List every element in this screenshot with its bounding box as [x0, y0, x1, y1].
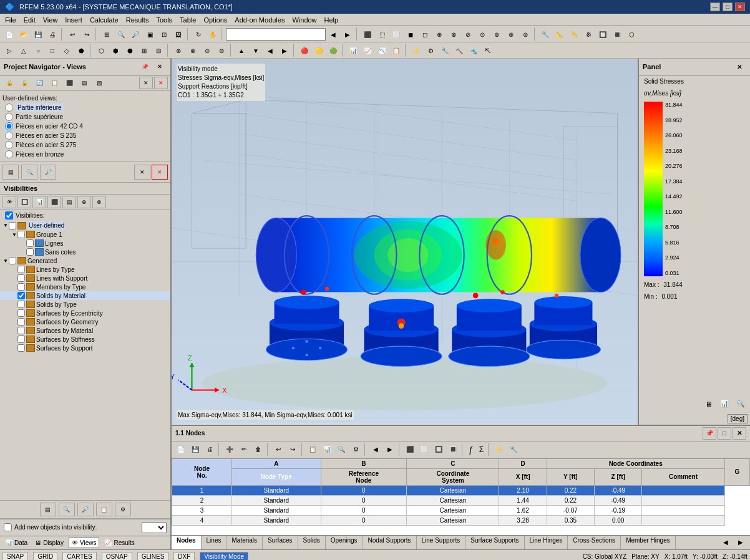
table-pin-button[interactable]: 📌	[703, 427, 716, 440]
menu-addon[interactable]: Add-on Modules	[231, 15, 288, 25]
tt-btn-6[interactable]: 🗑	[251, 443, 265, 456]
tb-icon10[interactable]: ⊚	[490, 27, 504, 41]
redo-button[interactable]: ↪	[80, 27, 94, 41]
status-snap[interactable]: SNAP	[2, 552, 28, 560]
vis-tb-3[interactable]: 📊	[32, 196, 46, 208]
cb-lines-with-support[interactable]	[17, 274, 25, 282]
tb-more6[interactable]: 🔳	[610, 27, 624, 41]
tb2-24[interactable]: 📈	[361, 44, 374, 57]
tab-materials[interactable]: Materials	[226, 536, 263, 549]
tb2-12[interactable]: ⊕	[172, 44, 185, 57]
menu-options[interactable]: Options	[200, 15, 231, 25]
th-node-type[interactable]: Node Type	[232, 468, 321, 485]
tb-more5[interactable]: 🔲	[596, 27, 610, 41]
th-x[interactable]: X [ft]	[499, 468, 547, 485]
view-action-3[interactable]: 🔎	[40, 165, 56, 180]
expand-icon-userdefined[interactable]: ▼	[2, 223, 9, 229]
tb-icon2[interactable]: ⬚	[375, 27, 389, 41]
tb2-28[interactable]: ⚙	[424, 44, 437, 57]
radio-input-2[interactable]	[5, 122, 13, 130]
cb-groupe1[interactable]	[17, 231, 25, 238]
tb-more1[interactable]: 🔧	[538, 27, 552, 41]
view-action-1[interactable]: ▤	[2, 165, 19, 180]
menu-file[interactable]: File	[1, 15, 20, 25]
tb2-29[interactable]: 🔧	[438, 44, 452, 57]
tb2-15[interactable]: ⊖	[215, 44, 228, 57]
th-z[interactable]: Z [ft]	[595, 468, 642, 485]
tb2-4[interactable]: □	[46, 44, 59, 57]
add-dropdown[interactable]	[142, 522, 167, 533]
views-tb-4[interactable]: 📋	[47, 77, 61, 89]
cb-sanscotes[interactable]	[26, 248, 34, 256]
cb-surfaces-by-geometry[interactable]	[17, 318, 25, 326]
tree-surfaces-by-eccentricity[interactable]: Surfaces by Eccentricity	[0, 309, 170, 317]
tree-generated[interactable]: ▼ Generated	[0, 256, 170, 265]
th-ref-node[interactable]: ReferenceNode	[321, 468, 407, 485]
views-add-button[interactable]: ✕	[139, 77, 153, 89]
status-glines[interactable]: GLINES	[137, 552, 169, 560]
color-panel-zoom[interactable]: 🔍	[734, 398, 748, 410]
tab-line-supports[interactable]: Line Supports	[417, 536, 466, 549]
views-tb-2[interactable]: 🔓	[17, 77, 31, 89]
th-comment[interactable]: Comment	[642, 468, 724, 485]
menu-window[interactable]: Window	[288, 15, 320, 25]
tab-member-hinges[interactable]: Member Hinges	[621, 536, 676, 549]
undo-button[interactable]: ↩	[66, 27, 79, 41]
th-c-header[interactable]: C	[407, 458, 499, 468]
cb-surfaces-by-stiffness[interactable]	[17, 336, 25, 343]
status-grid[interactable]: GRID	[33, 552, 57, 560]
tb2-14[interactable]: ⊙	[200, 44, 214, 57]
tb-icon12[interactable]: ⊜	[519, 27, 532, 41]
vis-tb-1[interactable]: 👁	[2, 196, 16, 208]
menu-help[interactable]: Help	[321, 15, 343, 25]
radio-partie-inferieure[interactable]: Partie inférieure	[2, 103, 168, 112]
radio-input-1[interactable]	[5, 113, 13, 121]
expand-icon-groupe1[interactable]: ▼	[11, 231, 17, 238]
menu-results[interactable]: Results	[122, 15, 153, 25]
tb2-5[interactable]: ◇	[60, 44, 74, 57]
tt-btn-17[interactable]: 🔲	[432, 443, 446, 456]
nav-results[interactable]: 📈 Results	[102, 538, 137, 548]
status-visibility-mode[interactable]: Visibility Mode	[200, 552, 248, 560]
views-tb-3[interactable]: 🔄	[32, 77, 46, 89]
panel-pin-button[interactable]: 📌	[138, 60, 152, 73]
zoom-fit-button[interactable]: ⊞	[100, 27, 114, 41]
menu-calculate[interactable]: Calculate	[86, 15, 122, 25]
tb2-19[interactable]: ▶	[278, 44, 291, 57]
vis-tb-5[interactable]: ▤	[62, 196, 76, 208]
tab-openings[interactable]: Openings	[326, 536, 363, 549]
tb2-27[interactable]: ⚡	[409, 44, 423, 57]
tabs-nav-right[interactable]: ▶	[734, 536, 748, 549]
radio-acier-275[interactable]: Pièces en acier S 275	[2, 140, 168, 150]
radio-bronze[interactable]: Pièces en bronze	[2, 150, 168, 159]
lp-action-1[interactable]: ▤	[40, 503, 56, 516]
cb-generated[interactable]	[9, 257, 16, 264]
color-panel-close[interactable]: ✕	[733, 60, 746, 73]
tt-btn-18[interactable]: 🔳	[446, 443, 460, 456]
menu-tools[interactable]: Tools	[152, 15, 176, 25]
panel-close-button[interactable]: ✕	[153, 60, 167, 73]
tree-surfaces-by-support[interactable]: Surfaces by Support	[0, 344, 170, 352]
tt-btn-19[interactable]: ⚡	[492, 443, 506, 456]
tb-more4[interactable]: ⚙	[582, 27, 595, 41]
print-button[interactable]: 🖨	[46, 27, 59, 41]
tb2-17[interactable]: ▼	[249, 44, 263, 57]
tt-btn-1[interactable]: 📄	[174, 443, 188, 456]
tt-btn-15[interactable]: ⬛	[403, 443, 417, 456]
th-b-header[interactable]: B	[321, 458, 407, 468]
tb-icon8[interactable]: ⊘	[461, 27, 475, 41]
tb2-32[interactable]: ⛏	[481, 44, 495, 57]
nav-data[interactable]: 📊 Data	[2, 538, 30, 548]
tab-solids[interactable]: Solids	[298, 536, 326, 549]
nav-display[interactable]: 🖥 Display	[32, 538, 66, 548]
radio-partie-superieure[interactable]: Partie supérieure	[2, 112, 168, 122]
table-close-button[interactable]: ✕	[733, 427, 746, 440]
tb-icon6[interactable]: ⊕	[432, 27, 446, 41]
tb2-20[interactable]: 🔴	[298, 44, 311, 57]
tt-btn-2[interactable]: 💾	[188, 443, 202, 456]
cb-lignes[interactable]	[26, 239, 34, 247]
tb-icon9[interactable]: ⊙	[475, 27, 489, 41]
zoom-in-button[interactable]: 🔍	[114, 27, 128, 41]
th-node-coords[interactable]: Node Coordinates	[547, 458, 724, 468]
tb-icon3[interactable]: ⬜	[389, 27, 403, 41]
